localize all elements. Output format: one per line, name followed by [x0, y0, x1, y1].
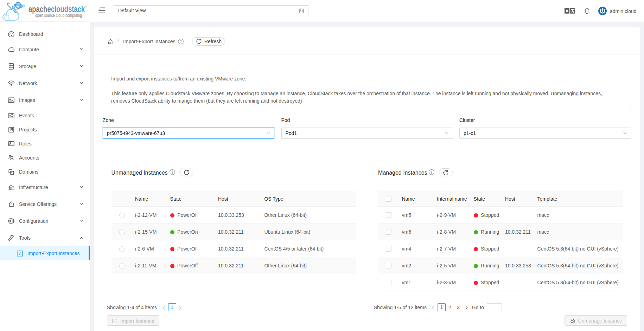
svg-text:A: A: [566, 9, 568, 13]
svg-text:?: ?: [180, 39, 182, 43]
